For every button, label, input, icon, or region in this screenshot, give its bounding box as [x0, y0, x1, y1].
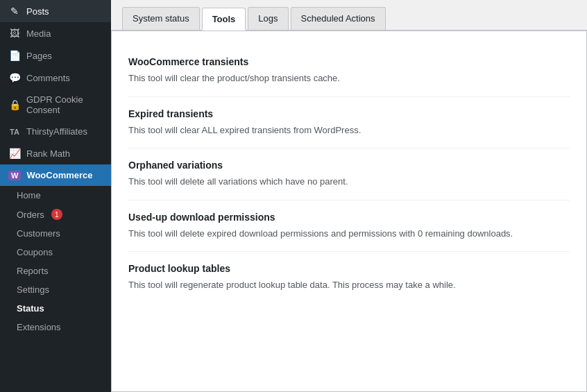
sidebar-sub-extensions[interactable]: Extensions [0, 318, 111, 336]
sidebar-label-gdpr: GDPR Cookie Consent [26, 94, 103, 115]
sidebar-label-posts: Posts [26, 6, 49, 17]
gdpr-icon: 🔒 [8, 99, 21, 110]
sidebar: ✎ Posts 🖼 Media 📄 Pages 💬 Comments 🔒 GDP… [0, 0, 111, 392]
sidebar-label-thirsty: ThirstyAffiliates [26, 126, 87, 137]
tool-title-used-up-download-permissions: Used-up download permissions [128, 212, 570, 223]
sidebar-sub-home[interactable]: Home [0, 186, 111, 205]
tool-section-orphaned-variations: Orphaned variationsThis tool will delete… [128, 148, 570, 201]
pages-icon: 📄 [8, 50, 21, 61]
sidebar-sub-customers[interactable]: Customers [0, 224, 111, 243]
tabs-bar: System status Tools Logs Scheduled Actio… [111, 0, 587, 31]
settings-label: Settings [17, 284, 49, 295]
tool-section-used-up-download-permissions: Used-up download permissionsThis tool wi… [128, 201, 570, 253]
sidebar-item-thirsty[interactable]: TA ThirstyAffiliates [0, 121, 111, 142]
tab-logs[interactable]: Logs [248, 7, 288, 30]
rankmath-icon: 📈 [8, 148, 21, 159]
tool-description-used-up-download-permissions: This tool will delete expired download p… [128, 227, 570, 241]
tool-description-woocommerce-transients: This tool will clear the product/shop tr… [128, 71, 570, 85]
customers-label: Customers [17, 228, 60, 239]
sidebar-item-rankmath[interactable]: 📈 Rank Math [0, 142, 111, 164]
tab-system-status[interactable]: System status [122, 7, 200, 30]
tool-description-product-lookup-tables: This tool will regenerate product lookup… [128, 278, 570, 292]
sidebar-sub-orders[interactable]: Orders 1 [0, 205, 111, 224]
reports-label: Reports [17, 266, 49, 276]
sidebar-sub-status[interactable]: Status [0, 299, 111, 318]
sidebar-woocommerce-label: WooCommerce [26, 170, 92, 180]
tool-title-expired-transients: Expired transients [128, 108, 570, 119]
tool-section-product-lookup-tables: Product lookup tablesThis tool will rege… [128, 252, 570, 303]
sidebar-label-rankmath: Rank Math [26, 148, 70, 159]
thirsty-icon: TA [8, 128, 21, 136]
tool-description-orphaned-variations: This tool will delete all variations whi… [128, 175, 570, 189]
orders-badge: 1 [51, 209, 62, 220]
status-label: Status [17, 303, 44, 314]
tool-title-woocommerce-transients: WooCommerce transients [128, 56, 570, 67]
tool-title-product-lookup-tables: Product lookup tables [128, 263, 570, 274]
sidebar-label-comments: Comments [26, 73, 70, 83]
woocommerce-icon: W [8, 171, 21, 180]
sidebar-item-comments[interactable]: 💬 Comments [0, 67, 111, 89]
sidebar-item-gdpr[interactable]: 🔒 GDPR Cookie Consent [0, 89, 111, 121]
tab-scheduled-actions[interactable]: Scheduled Actions [291, 7, 386, 30]
tool-section-expired-transients: Expired transientsThis tool will clear A… [128, 97, 570, 149]
coupons-label: Coupons [17, 247, 53, 257]
media-icon: 🖼 [8, 28, 21, 39]
extensions-label: Extensions [17, 322, 61, 332]
sidebar-sub-settings[interactable]: Settings [0, 280, 111, 299]
tools-content: WooCommerce transientsThis tool will cle… [111, 31, 587, 392]
comments-icon: 💬 [8, 72, 21, 83]
main-content: System status Tools Logs Scheduled Actio… [111, 0, 587, 392]
sidebar-label-pages: Pages [26, 51, 52, 61]
tool-title-orphaned-variations: Orphaned variations [128, 160, 570, 171]
tool-section-woocommerce-transients: WooCommerce transientsThis tool will cle… [128, 45, 570, 97]
sidebar-item-media[interactable]: 🖼 Media [0, 22, 111, 44]
sidebar-sub-coupons[interactable]: Coupons [0, 243, 111, 262]
sidebar-label-media: Media [26, 28, 51, 39]
sidebar-woocommerce[interactable]: W WooCommerce [0, 164, 111, 186]
tool-description-expired-transients: This tool will clear ALL expired transie… [128, 123, 570, 137]
sidebar-item-posts[interactable]: ✎ Posts [0, 0, 111, 22]
sidebar-item-pages[interactable]: 📄 Pages [0, 44, 111, 67]
sidebar-sub-reports[interactable]: Reports [0, 262, 111, 280]
tab-tools[interactable]: Tools [202, 8, 246, 31]
orders-label: Orders [17, 210, 44, 220]
home-label: Home [17, 190, 41, 201]
posts-icon: ✎ [8, 6, 21, 17]
